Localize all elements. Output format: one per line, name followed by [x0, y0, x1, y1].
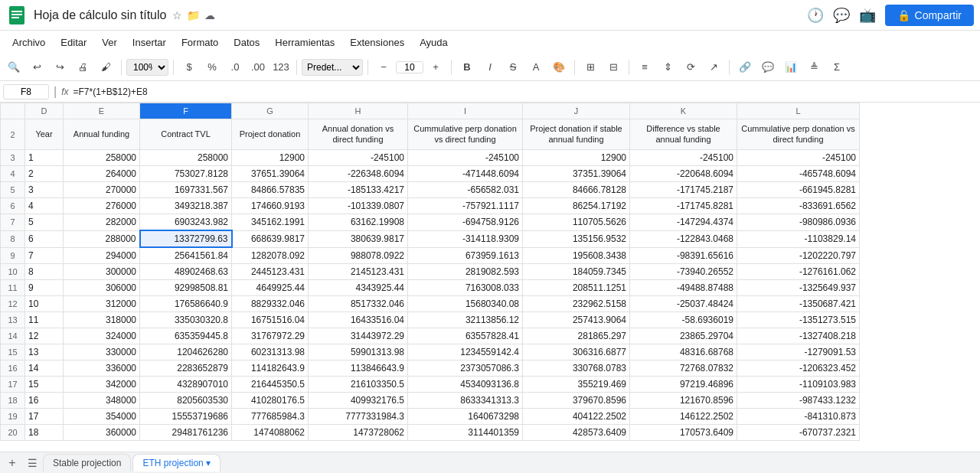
share-button[interactable]: 🔒 Compartir	[885, 5, 974, 26]
cell-ann-vs-direct[interactable]: 409932176.5	[309, 393, 408, 409]
cell-proj-stable[interactable]: 428573.6409	[523, 425, 630, 441]
cell-cum-perp2[interactable]: -980986.0936	[737, 214, 860, 231]
cell-cum-perp[interactable]: 1640673298	[408, 409, 523, 425]
cell-tvl[interactable]: 15553719686	[140, 409, 232, 425]
cell-cum-perp2[interactable]: -465748.6094	[737, 166, 860, 182]
cell-proj-don[interactable]: 12900	[232, 150, 309, 166]
cell-proj-don[interactable]: 345162.1991	[232, 214, 309, 231]
chart-button[interactable]: 📊	[780, 57, 802, 78]
link-button[interactable]: 🔗	[734, 57, 756, 78]
cell-tvl[interactable]: 335030320.8	[140, 312, 232, 328]
cell-tvl[interactable]: 635359445.8	[140, 328, 232, 344]
cell-cum-perp[interactable]: 1234559142.4	[408, 344, 523, 360]
cell-cum-perp2[interactable]: -1279091.53	[737, 344, 860, 360]
cell-year[interactable]: 12	[25, 328, 64, 344]
cell-cum-perp[interactable]: 32113856.12	[408, 312, 523, 328]
cell-diff-stable[interactable]: -147294.4374	[630, 214, 737, 231]
cell-ann-vs-direct[interactable]: -226348.6094	[309, 166, 408, 182]
cell-proj-stable[interactable]: 232962.5158	[523, 296, 630, 312]
cell-annual[interactable]: 360000	[64, 425, 140, 441]
cell-tvl[interactable]: 1697331.567	[140, 182, 232, 198]
cell-tvl[interactable]: 8205603530	[140, 393, 232, 409]
cell-proj-don[interactable]: 8829332.046	[232, 296, 309, 312]
search-button[interactable]: 🔍	[3, 57, 24, 78]
cell-proj-don[interactable]: 216445350.5	[232, 377, 309, 393]
col-header-k[interactable]: K	[630, 103, 737, 119]
cell-diff-stable[interactable]: -171745.2187	[630, 182, 737, 198]
cell-proj-don[interactable]: 60231313.98	[232, 344, 309, 360]
cell-year[interactable]: 4	[25, 198, 64, 214]
cell-proj-stable[interactable]: 330768.0783	[523, 360, 630, 377]
menu-ayuda[interactable]: Ayuda	[413, 34, 454, 51]
cell-cum-perp[interactable]: -245100	[408, 150, 523, 166]
cell-year[interactable]: 3	[25, 182, 64, 198]
cell-cum-perp[interactable]: -757921.1117	[408, 198, 523, 214]
cell-proj-stable[interactable]: 110705.5626	[523, 214, 630, 231]
cell-cum-perp2[interactable]: -833691.6562	[737, 198, 860, 214]
cell-diff-stable[interactable]: 121670.8596	[630, 393, 737, 409]
percent-button[interactable]: %	[201, 57, 223, 78]
cell-tvl[interactable]: 13372799.63	[140, 230, 232, 247]
col-header-f[interactable]: F	[140, 103, 232, 119]
cell-ann-vs-direct[interactable]: 8517332.046	[309, 296, 408, 312]
cell-ann-vs-direct[interactable]: 59901313.98	[309, 344, 408, 360]
cell-proj-stable[interactable]: 404122.2502	[523, 409, 630, 425]
bold-button[interactable]: B	[456, 57, 478, 78]
cell-annual[interactable]: 300000	[64, 264, 140, 280]
comment-icon[interactable]: 💬	[833, 7, 850, 24]
cell-cum-perp[interactable]: 8633341313.3	[408, 393, 523, 409]
cell-annual[interactable]: 276000	[64, 198, 140, 214]
cell-diff-stable[interactable]: -122843.0468	[630, 230, 737, 247]
cell-ann-vs-direct[interactable]: 7777331984.3	[309, 409, 408, 425]
cell-ann-vs-direct[interactable]: -185133.4217	[309, 182, 408, 198]
cell-proj-don[interactable]: 16751516.04	[232, 312, 309, 328]
cell-diff-stable[interactable]: 146122.2502	[630, 409, 737, 425]
cell-cum-perp[interactable]: 2819082.593	[408, 264, 523, 280]
cell-tvl[interactable]: 753027.8128	[140, 166, 232, 182]
cell-annual[interactable]: 306000	[64, 280, 140, 296]
cell-proj-don[interactable]: 668639.9817	[232, 230, 309, 247]
cell-proj-don[interactable]: 37651.39064	[232, 166, 309, 182]
strikethrough-button[interactable]: S	[502, 57, 524, 78]
cell-annual[interactable]: 336000	[64, 360, 140, 377]
col-header-e[interactable]: E	[64, 103, 140, 119]
cell-ann-vs-direct[interactable]: 4343925.44	[309, 280, 408, 296]
cell-tvl[interactable]: 258000	[140, 150, 232, 166]
currency-button[interactable]: $	[178, 57, 200, 78]
cell-proj-stable[interactable]: 208511.1251	[523, 280, 630, 296]
font-color-button[interactable]: A	[525, 57, 547, 78]
cell-cum-perp[interactable]: -694758.9126	[408, 214, 523, 231]
cell-proj-don[interactable]: 1474088062	[232, 425, 309, 441]
borders-button[interactable]: ⊞	[580, 57, 601, 78]
decimal-increase[interactable]: .00	[247, 57, 269, 78]
cell-proj-stable[interactable]: 306316.6877	[523, 344, 630, 360]
cell-cum-perp2[interactable]: -1103829.14	[737, 230, 860, 247]
italic-button[interactable]: I	[479, 57, 501, 78]
fill-color-button[interactable]: 🎨	[548, 57, 570, 78]
decimal-decrease[interactable]: .0	[224, 57, 246, 78]
formula-input[interactable]	[74, 86, 978, 97]
cell-annual[interactable]: 258000	[64, 150, 140, 166]
cell-cum-perp2[interactable]: -1325649.937	[737, 280, 860, 296]
cell-tvl[interactable]: 2283652879	[140, 360, 232, 377]
font-size-decrease[interactable]: −	[373, 57, 394, 78]
cell-cum-perp[interactable]: 4534093136.8	[408, 377, 523, 393]
cell-diff-stable[interactable]: -25037.48424	[630, 296, 737, 312]
cell-year[interactable]: 9	[25, 280, 64, 296]
cell-cum-perp[interactable]: -314118.9309	[408, 230, 523, 247]
cell-diff-stable[interactable]: -245100	[630, 150, 737, 166]
cell-ann-vs-direct[interactable]: 31443972.29	[309, 328, 408, 344]
col-header-h[interactable]: H	[309, 103, 408, 119]
cell-proj-don[interactable]: 114182643.9	[232, 360, 309, 377]
cell-tvl[interactable]: 25641561.84	[140, 247, 232, 264]
col-header-i[interactable]: I	[408, 103, 523, 119]
menu-editar[interactable]: Editar	[54, 34, 93, 51]
cell-diff-stable[interactable]: 48316.68768	[630, 344, 737, 360]
tab-eth-projection[interactable]: ETH projection ▾	[132, 454, 220, 471]
cell-year[interactable]: 17	[25, 409, 64, 425]
col-header-d[interactable]: D	[25, 103, 64, 119]
zoom-select[interactable]: 100%	[126, 59, 168, 76]
text-rotate[interactable]: ↗	[703, 57, 724, 78]
cell-year[interactable]: 16	[25, 393, 64, 409]
cell-tvl[interactable]: 176586640.9	[140, 296, 232, 312]
